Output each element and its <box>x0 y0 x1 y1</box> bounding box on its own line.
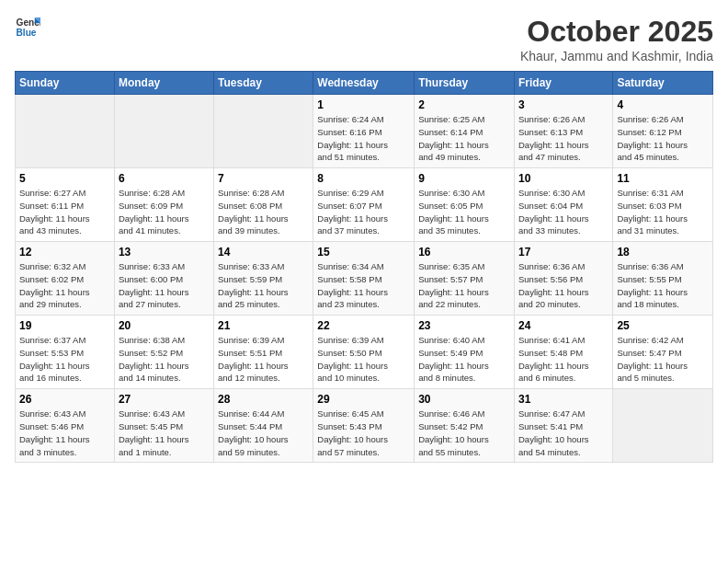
day-number: 21 <box>218 319 309 332</box>
calendar-cell: 2Sunrise: 6:25 AM Sunset: 6:14 PM Daylig… <box>415 95 515 168</box>
page-header: General Blue October 2025 Khaur, Jammu a… <box>15 15 713 63</box>
header-day-monday: Monday <box>114 72 213 95</box>
calendar-cell: 28Sunrise: 6:44 AM Sunset: 5:44 PM Dayli… <box>214 389 313 463</box>
day-info: Sunrise: 6:28 AM Sunset: 6:09 PM Dayligh… <box>119 187 210 237</box>
day-number: 16 <box>418 246 510 259</box>
calendar-week-row: 19Sunrise: 6:37 AM Sunset: 5:53 PM Dayli… <box>16 316 713 389</box>
day-info: Sunrise: 6:27 AM Sunset: 6:11 PM Dayligh… <box>19 187 110 237</box>
day-number: 15 <box>317 246 410 259</box>
location-subtitle: Khaur, Jammu and Kashmir, India <box>520 49 713 63</box>
header-day-saturday: Saturday <box>613 72 713 95</box>
header-day-friday: Friday <box>514 72 612 95</box>
day-info: Sunrise: 6:26 AM Sunset: 6:12 PM Dayligh… <box>617 113 709 164</box>
day-number: 6 <box>119 172 210 185</box>
calendar-cell: 10Sunrise: 6:30 AM Sunset: 6:04 PM Dayli… <box>514 168 612 242</box>
day-number: 14 <box>218 246 309 259</box>
header-day-tuesday: Tuesday <box>214 72 313 95</box>
day-info: Sunrise: 6:42 AM Sunset: 5:47 PM Dayligh… <box>617 334 709 385</box>
day-info: Sunrise: 6:28 AM Sunset: 6:08 PM Dayligh… <box>218 187 309 237</box>
calendar-cell: 13Sunrise: 6:33 AM Sunset: 6:00 PM Dayli… <box>114 242 213 316</box>
day-number: 28 <box>218 393 309 406</box>
calendar-cell: 9Sunrise: 6:30 AM Sunset: 6:05 PM Daylig… <box>415 168 515 242</box>
day-info: Sunrise: 6:36 AM Sunset: 5:56 PM Dayligh… <box>518 260 609 311</box>
day-number: 20 <box>119 319 210 332</box>
calendar-cell: 15Sunrise: 6:34 AM Sunset: 5:58 PM Dayli… <box>313 242 415 316</box>
calendar-week-row: 12Sunrise: 6:32 AM Sunset: 6:02 PM Dayli… <box>16 242 713 316</box>
calendar-cell: 6Sunrise: 6:28 AM Sunset: 6:09 PM Daylig… <box>114 168 213 242</box>
day-number: 8 <box>317 172 410 185</box>
day-number: 13 <box>119 246 210 259</box>
day-info: Sunrise: 6:43 AM Sunset: 5:46 PM Dayligh… <box>19 408 110 458</box>
calendar-cell: 8Sunrise: 6:29 AM Sunset: 6:07 PM Daylig… <box>313 168 415 242</box>
calendar-cell: 22Sunrise: 6:39 AM Sunset: 5:50 PM Dayli… <box>313 316 415 389</box>
calendar-cell: 1Sunrise: 6:24 AM Sunset: 6:16 PM Daylig… <box>313 95 415 168</box>
calendar-cell: 5Sunrise: 6:27 AM Sunset: 6:11 PM Daylig… <box>16 168 115 242</box>
svg-text:Blue: Blue <box>17 28 37 38</box>
day-info: Sunrise: 6:24 AM Sunset: 6:16 PM Dayligh… <box>317 113 410 164</box>
header-day-sunday: Sunday <box>16 72 115 95</box>
day-number: 29 <box>317 393 410 406</box>
calendar-cell: 31Sunrise: 6:47 AM Sunset: 5:41 PM Dayli… <box>514 389 612 463</box>
calendar-cell: 23Sunrise: 6:40 AM Sunset: 5:49 PM Dayli… <box>415 316 515 389</box>
calendar-week-row: 1Sunrise: 6:24 AM Sunset: 6:16 PM Daylig… <box>16 95 713 168</box>
day-info: Sunrise: 6:40 AM Sunset: 5:49 PM Dayligh… <box>418 334 510 385</box>
calendar-week-row: 26Sunrise: 6:43 AM Sunset: 5:46 PM Dayli… <box>16 389 713 463</box>
day-number: 12 <box>19 246 110 259</box>
header-day-wednesday: Wednesday <box>313 72 415 95</box>
calendar-cell: 7Sunrise: 6:28 AM Sunset: 6:08 PM Daylig… <box>214 168 313 242</box>
day-number: 11 <box>617 172 709 185</box>
day-info: Sunrise: 6:43 AM Sunset: 5:45 PM Dayligh… <box>119 408 210 458</box>
logo: General Blue <box>15 15 40 40</box>
calendar-cell <box>613 389 713 463</box>
calendar-cell: 30Sunrise: 6:46 AM Sunset: 5:42 PM Dayli… <box>415 389 515 463</box>
title-block: October 2025 Khaur, Jammu and Kashmir, I… <box>520 15 713 63</box>
logo-icon: General Blue <box>15 15 40 40</box>
day-number: 4 <box>617 98 709 111</box>
calendar-cell: 14Sunrise: 6:33 AM Sunset: 5:59 PM Dayli… <box>214 242 313 316</box>
calendar-cell <box>16 95 115 168</box>
day-info: Sunrise: 6:39 AM Sunset: 5:51 PM Dayligh… <box>218 334 309 385</box>
day-info: Sunrise: 6:31 AM Sunset: 6:03 PM Dayligh… <box>617 187 709 237</box>
day-info: Sunrise: 6:25 AM Sunset: 6:14 PM Dayligh… <box>418 113 510 164</box>
calendar-cell: 11Sunrise: 6:31 AM Sunset: 6:03 PM Dayli… <box>613 168 713 242</box>
header-day-thursday: Thursday <box>415 72 515 95</box>
month-title: October 2025 <box>520 15 713 49</box>
day-info: Sunrise: 6:35 AM Sunset: 5:57 PM Dayligh… <box>418 260 510 311</box>
day-number: 25 <box>617 319 709 332</box>
day-info: Sunrise: 6:30 AM Sunset: 6:04 PM Dayligh… <box>518 187 609 237</box>
day-number: 19 <box>19 319 110 332</box>
calendar-cell: 21Sunrise: 6:39 AM Sunset: 5:51 PM Dayli… <box>214 316 313 389</box>
day-info: Sunrise: 6:37 AM Sunset: 5:53 PM Dayligh… <box>19 334 110 385</box>
day-info: Sunrise: 6:29 AM Sunset: 6:07 PM Dayligh… <box>317 187 410 237</box>
day-number: 22 <box>317 319 410 332</box>
calendar-cell: 17Sunrise: 6:36 AM Sunset: 5:56 PM Dayli… <box>514 242 612 316</box>
day-number: 9 <box>418 172 510 185</box>
calendar-cell: 29Sunrise: 6:45 AM Sunset: 5:43 PM Dayli… <box>313 389 415 463</box>
day-info: Sunrise: 6:34 AM Sunset: 5:58 PM Dayligh… <box>317 260 410 311</box>
day-info: Sunrise: 6:39 AM Sunset: 5:50 PM Dayligh… <box>317 334 410 385</box>
calendar-cell: 18Sunrise: 6:36 AM Sunset: 5:55 PM Dayli… <box>613 242 713 316</box>
calendar-cell <box>214 95 313 168</box>
calendar-cell: 27Sunrise: 6:43 AM Sunset: 5:45 PM Dayli… <box>114 389 213 463</box>
day-number: 18 <box>617 246 709 259</box>
day-info: Sunrise: 6:46 AM Sunset: 5:42 PM Dayligh… <box>418 408 510 458</box>
day-number: 2 <box>418 98 510 111</box>
calendar-header-row: SundayMondayTuesdayWednesdayThursdayFrid… <box>16 72 713 95</box>
calendar-body: 1Sunrise: 6:24 AM Sunset: 6:16 PM Daylig… <box>16 95 713 463</box>
day-number: 27 <box>119 393 210 406</box>
calendar-cell: 19Sunrise: 6:37 AM Sunset: 5:53 PM Dayli… <box>16 316 115 389</box>
calendar-cell <box>114 95 213 168</box>
calendar-cell: 12Sunrise: 6:32 AM Sunset: 6:02 PM Dayli… <box>16 242 115 316</box>
day-info: Sunrise: 6:45 AM Sunset: 5:43 PM Dayligh… <box>317 408 410 458</box>
day-number: 10 <box>518 172 609 185</box>
day-info: Sunrise: 6:38 AM Sunset: 5:52 PM Dayligh… <box>119 334 210 385</box>
day-number: 26 <box>19 393 110 406</box>
day-number: 30 <box>418 393 510 406</box>
calendar-cell: 25Sunrise: 6:42 AM Sunset: 5:47 PM Dayli… <box>613 316 713 389</box>
day-info: Sunrise: 6:26 AM Sunset: 6:13 PM Dayligh… <box>518 113 609 164</box>
day-info: Sunrise: 6:30 AM Sunset: 6:05 PM Dayligh… <box>418 187 510 237</box>
day-info: Sunrise: 6:41 AM Sunset: 5:48 PM Dayligh… <box>518 334 609 385</box>
calendar-table: SundayMondayTuesdayWednesdayThursdayFrid… <box>15 71 713 463</box>
day-info: Sunrise: 6:33 AM Sunset: 6:00 PM Dayligh… <box>119 260 210 311</box>
day-number: 31 <box>518 393 609 406</box>
